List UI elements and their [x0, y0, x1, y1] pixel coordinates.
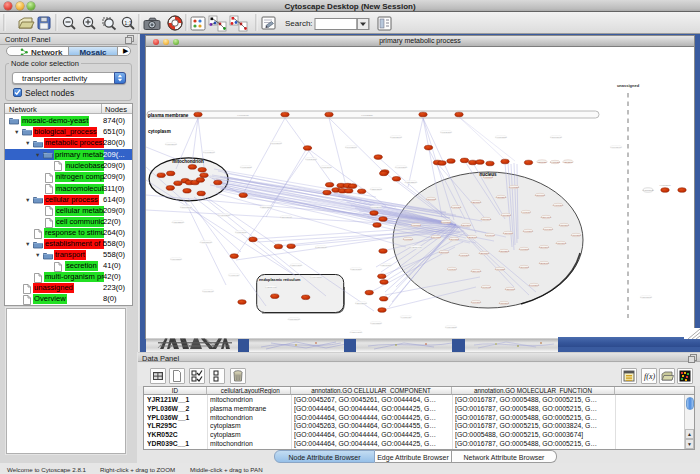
svg-text:[YBR085W]: [YBR085W]	[260, 206, 272, 208]
svg-text:[YDL198C]: [YDL198C]	[380, 264, 392, 266]
svg-text:[YPL134C]: [YPL134C]	[202, 290, 213, 292]
svg-text:[YBR291C]: [YBR291C]	[265, 286, 277, 288]
svg-text:[YDR039C]: [YDR039C]	[439, 251, 450, 253]
svg-text:[YJR121W]: [YJR121W]	[499, 302, 510, 304]
svg-text:[YKR052C]: [YKR052C]	[509, 186, 519, 188]
svg-text:[YOR045W]: [YOR045W]	[541, 216, 552, 218]
svg-text:[YLR295C]: [YLR295C]	[305, 158, 317, 160]
svg-text:[YHR002W]: [YHR002W]	[553, 204, 564, 206]
svg-text:[YML038C]: [YML038C]	[445, 326, 457, 328]
svg-text:[YKL120W]: [YKL120W]	[523, 230, 534, 232]
svg-text:[YEL027W]: [YEL027W]	[280, 216, 292, 218]
svg-text:nucleus: nucleus	[479, 172, 497, 177]
svg-text:[YOR045W]: [YOR045W]	[471, 270, 482, 272]
svg-text:[YGR181W]: [YGR181W]	[481, 218, 492, 220]
svg-text:cytoplasm: cytoplasm	[148, 129, 171, 134]
svg-text:[YOR222W]: [YOR222W]	[499, 250, 510, 252]
svg-text:[YJR121W]: [YJR121W]	[559, 224, 570, 226]
svg-text:[YPL036W]: [YPL036W]	[543, 228, 554, 230]
svg-text:[YLR295C]: [YLR295C]	[411, 224, 421, 226]
svg-text:1:1: 1:1	[124, 20, 132, 26]
svg-text:[YNL055C]: [YNL055C]	[370, 322, 382, 324]
svg-text:[YDR039C]: [YDR039C]	[180, 206, 192, 208]
svg-text:[YOR222W]: [YOR222W]	[172, 221, 185, 223]
svg-text:[YEL027W]: [YEL027W]	[355, 302, 367, 304]
svg-text:[YGR181W]: [YGR181W]	[288, 318, 301, 320]
svg-text:[YLR295C]: [YLR295C]	[440, 131, 452, 133]
svg-text:unassigned: unassigned	[617, 83, 640, 88]
svg-text:[YML038C]: [YML038C]	[310, 276, 322, 278]
svg-text:[YGR181W]: [YGR181W]	[200, 241, 213, 243]
svg-text:[YGR121C]: [YGR121C]	[642, 189, 654, 191]
svg-text:[YBR291C]: [YBR291C]	[410, 246, 422, 248]
svg-text:[YHR092C]: [YHR092C]	[550, 161, 561, 163]
svg-text:[YPL036W]: [YPL036W]	[471, 301, 482, 303]
svg-text:[YBR085W]: [YBR085W]	[471, 201, 482, 203]
svg-text:[YIL114C]: [YIL114C]	[448, 268, 457, 270]
svg-text:[YJR121W]: [YJR121W]	[390, 136, 402, 138]
svg-text:[YPR021C]: [YPR021C]	[441, 221, 451, 223]
svg-text:mitochondrion: mitochondrion	[172, 159, 204, 164]
svg-text:[YEL027W]: [YEL027W]	[539, 246, 550, 248]
svg-text:[YDL198C]: [YDL198C]	[449, 238, 459, 240]
svg-text:[YPL134C]: [YPL134C]	[481, 286, 491, 288]
svg-text:[YDL198C]: [YDL198C]	[350, 268, 362, 270]
svg-text:[YFL054C]: [YFL054C]	[237, 114, 249, 117]
svg-text:[YOR130C]: [YOR130C]	[505, 288, 516, 290]
svg-text:[YPL036W]: [YPL036W]	[345, 146, 357, 148]
svg-text:[YKL120W]: [YKL120W]	[370, 206, 382, 208]
svg-text:[YML038C]: [YML038C]	[495, 268, 505, 270]
svg-text:[YNL055C]: [YNL055C]	[170, 258, 182, 260]
svg-text:[YPL134C]: [YPL134C]	[610, 146, 621, 148]
svg-text:[YNL055C]: [YNL055C]	[571, 234, 581, 236]
svg-text:[YHR002W]: [YHR002W]	[395, 166, 407, 168]
svg-text:[YKR052C]: [YKR052C]	[495, 136, 507, 138]
svg-text:[YDR039C]: [YDR039C]	[535, 194, 546, 196]
svg-text:[YHR002W]: [YHR002W]	[459, 254, 470, 256]
svg-text:[YML038C]: [YML038C]	[431, 236, 441, 238]
svg-text:[YBR085W]: [YBR085W]	[479, 252, 490, 254]
svg-text:[YOR130C]: [YOR130C]	[640, 296, 652, 298]
svg-text:[YNL055C]: [YNL055C]	[501, 214, 511, 216]
svg-text:[YIL114C]: [YIL114C]	[401, 316, 411, 318]
svg-text:[YIL114C]: [YIL114C]	[522, 211, 531, 213]
svg-text:[YBR291C]: [YBR291C]	[467, 236, 477, 238]
svg-text:[YDR039C]: [YDR039C]	[550, 136, 562, 138]
svg-text:[YEL027W]: [YEL027W]	[461, 224, 472, 226]
svg-text:[YPL036W]: [YPL036W]	[270, 142, 282, 144]
svg-text:[YOR130C]: [YOR130C]	[503, 232, 514, 234]
svg-text:plasma membrane: plasma membrane	[148, 113, 189, 118]
svg-text:[YPR021C]: [YPR021C]	[320, 166, 332, 168]
svg-text:[YKL120W]: [YKL120W]	[203, 151, 215, 153]
svg-text:[YOR130C]: [YOR130C]	[315, 246, 327, 248]
svg-text:[YKR052C]: [YKR052C]	[403, 238, 413, 240]
svg-text:[YOL156W]: [YOL156W]	[563, 161, 574, 163]
svg-text:[YPR021C]: [YPR021C]	[235, 231, 247, 233]
svg-text:[YBR291C]: [YBR291C]	[539, 262, 549, 264]
svg-text:[YBR085W]: [YBR085W]	[370, 188, 382, 190]
svg-text:[YPL134C]: [YPL134C]	[485, 234, 495, 236]
svg-text:[YDR345C]: [YDR345C]	[537, 161, 548, 163]
svg-text:[YKL120W]: [YKL120W]	[529, 284, 540, 286]
svg-text:endoplasmic reticulum: endoplasmic reticulum	[259, 278, 301, 282]
svg-text:[YIL114C]: [YIL114C]	[229, 274, 239, 276]
svg-text:[YPR021C]: [YPR021C]	[519, 248, 529, 250]
svg-text:[YDR039C]: [YDR039C]	[426, 198, 437, 200]
svg-text:[YLL052C]: [YLL052C]	[361, 114, 373, 117]
svg-text:f(x): f(x)	[644, 372, 655, 381]
svg-text:[YOR222W]: [YOR222W]	[496, 196, 507, 198]
svg-text:[YHR002W]: [YHR002W]	[218, 214, 230, 216]
svg-text:[YDL198C]: [YDL198C]	[519, 266, 529, 268]
svg-text:[YOR222W]: [YOR222W]	[405, 181, 418, 183]
svg-text:[YOR045W]: [YOR045W]	[290, 264, 303, 266]
svg-text:[YHR002W]: [YHR002W]	[451, 206, 462, 208]
svg-text:[YKR052C]: [YKR052C]	[240, 166, 252, 168]
svg-text:Search:: Search:	[285, 19, 313, 28]
svg-text:[YJR121W]: [YJR121W]	[165, 143, 177, 145]
svg-text:[YLR138W]: [YLR138W]	[659, 184, 671, 186]
svg-text:[YGR181W]: [YGR181W]	[556, 242, 567, 244]
